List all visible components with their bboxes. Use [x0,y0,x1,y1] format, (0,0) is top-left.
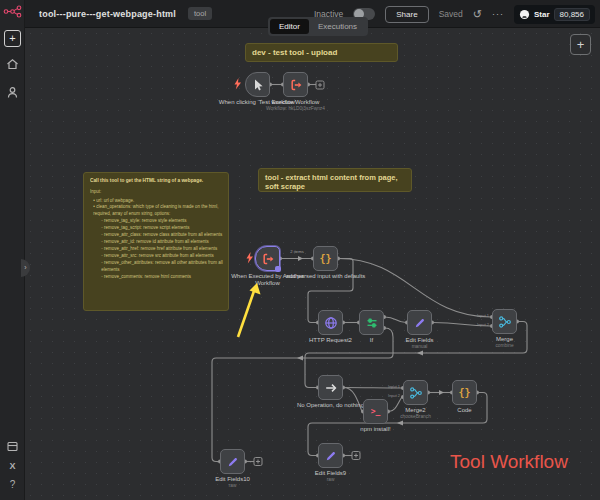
node-when-executed-by-another-workflow[interactable]: When Executed by Another Workflow [255,246,280,271]
tool-workflow-annotation: Tool Workflow [450,451,568,473]
node-subtitle: chooseBranch [383,414,448,419]
pin-badge [275,266,281,272]
node-label: Edit Fields10 [192,476,273,483]
node-if[interactable]: If [359,310,384,335]
code-braces-icon: {} [319,253,331,264]
left-sidebar: + X ? [0,0,25,500]
github-icon [519,9,530,20]
node-edit-fields[interactable]: Edit Fields manual [407,310,432,335]
node-edit-fields10[interactable]: Edit Fields10 raw [220,449,245,474]
node-subtitle: combine [472,343,537,348]
execute-workflow-trigger-icon [261,252,275,266]
tab-editor[interactable]: Editor [270,19,309,34]
globe-icon [324,316,338,330]
editor-tabs: Editor Executions [268,17,368,36]
pencil-icon [226,455,240,469]
saved-status: Saved [439,9,463,19]
share-button[interactable]: Share [385,6,428,23]
star-count: 80,856 [554,8,590,21]
merge-input1-label: Input 1 [470,314,490,318]
node-label: Merge [464,336,545,343]
tab-executions[interactable]: Executions [309,19,366,34]
code-braces-icon: {} [458,387,470,398]
node-http-request2[interactable]: HTTP Request2 [318,310,343,335]
node-label: Code [424,407,505,414]
workflow-tag-badge[interactable]: tool [188,7,212,20]
node-execute-workflow[interactable]: Execute Workflow Workflow: hkLD0j3szFwnz… [283,72,308,97]
node-when-clicking-test-workflow[interactable]: When clicking ‘Test workflow’ [245,72,270,97]
node-subtitle: raw [298,477,363,482]
node-subtitle: Workflow: hkLD0j3szFwnz4 [263,106,328,111]
node-label: npm install! [335,426,416,433]
more-menu-icon[interactable]: ··· [492,9,504,19]
n8n-workflow-editor: dev - test tool - upload tool - extract … [0,0,600,500]
cursor-icon [251,78,265,92]
filter-if-icon [365,316,379,330]
sidebar-add-workflow-button[interactable]: + [4,30,21,47]
star-label: Star [534,10,550,19]
node-code[interactable]: {} Code [452,380,477,405]
node-merge[interactable]: Merge combine [492,309,517,334]
node-add-parsed-input-with-defaults[interactable]: {} add parsed input with defaults [313,246,338,271]
user-icon[interactable] [0,86,25,99]
merge2-input1-label: Input 1 [381,385,401,389]
manual-trigger-bolt-icon [233,78,242,90]
help-icon[interactable]: ? [0,479,25,490]
node-no-operation[interactable]: No Operation, do nothing [318,375,343,400]
history-icon[interactable]: ↺ [473,9,482,20]
workflow-trigger-bolt-icon [245,252,254,264]
node-subtitle: manual [387,344,452,349]
connection-items-label: 2 items [287,250,307,254]
execute-workflow-icon [289,78,303,92]
pencil-icon [413,316,427,330]
node-label: Edit Fields9 [290,470,371,477]
home-icon[interactable] [0,58,25,70]
merge-input2-label: Input 2 [470,323,490,327]
node-label: Execute Workflow [255,99,336,106]
x-social-icon[interactable]: X [0,461,25,471]
node-label: add parsed input with defaults [285,273,366,280]
pencil-icon [324,449,338,463]
canvas-add-node-button[interactable]: + [570,34,591,55]
merge-icon [409,386,423,400]
merge2-input2-label: Input 2 [381,394,401,398]
arrow-right-icon [324,381,338,395]
merge-icon [498,315,512,329]
n8n-logo [3,5,23,18]
node-label: Edit Fields [379,337,460,344]
node-label: No Operation, do nothing [290,402,371,409]
workflow-title[interactable]: tool---pure---get-webpage-html [39,9,176,19]
node-merge2[interactable]: Merge2 chooseBranch [403,380,428,405]
github-star-widget[interactable]: Star 80,856 [514,5,595,24]
node-subtitle: raw [200,483,265,488]
node-edit-fields9[interactable]: Edit Fields9 raw [318,443,343,468]
templates-icon[interactable] [0,441,25,452]
